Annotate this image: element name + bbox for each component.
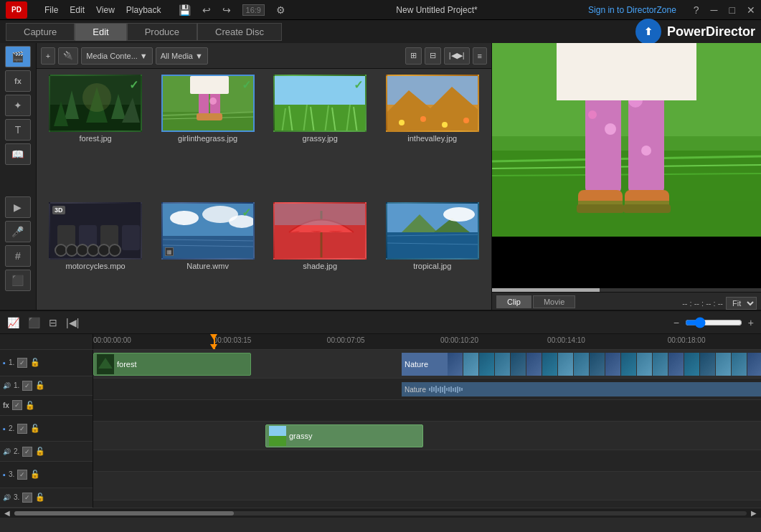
menu-view[interactable]: View: [96, 5, 115, 15]
clip-grassy[interactable]: grassy: [265, 424, 423, 447]
menu-playback[interactable]: Playback: [126, 5, 161, 15]
all-media-dropdown[interactable]: All Media▼: [156, 47, 208, 65]
sidebar-mic-btn[interactable]: 🎤: [5, 221, 31, 242]
tab-capture[interactable]: Capture: [6, 23, 75, 41]
zoom-in-btn[interactable]: +: [745, 315, 757, 330]
clip-forest[interactable]: forest: [93, 353, 251, 376]
zoom-slider-btn[interactable]: |◀▶|: [444, 47, 470, 65]
track3-check[interactable]: ✓: [17, 470, 27, 480]
sidebar-text-btn[interactable]: T: [5, 119, 31, 141]
svg-rect-18: [190, 76, 229, 94]
zoom-out-btn[interactable]: −: [671, 315, 682, 330]
sidebar-misc-btn[interactable]: ⬛: [5, 270, 31, 291]
track3-lock[interactable]: 🔓: [30, 470, 40, 479]
close-icon[interactable]: ✕: [747, 4, 755, 16]
media-item-girl[interactable]: ✓ girlinthegrass.jpg: [154, 75, 261, 196]
svg-point-40: [66, 244, 77, 256]
sidebar-chapter-btn[interactable]: 📖: [5, 143, 31, 165]
track-label-2: ▪ 2. ✓ 🔓: [0, 416, 93, 442]
timeline-end-btn[interactable]: |◀|: [63, 315, 82, 330]
media-thumb-girl: ✓: [161, 75, 255, 132]
timeline-collapse-btn[interactable]: ⊟: [46, 315, 60, 330]
tab-edit[interactable]: Edit: [75, 23, 126, 41]
clip-nature[interactable]: Nature: [402, 353, 761, 376]
track1-audio-lock[interactable]: 🔓: [35, 381, 45, 390]
settings-icon[interactable]: ⚙: [276, 4, 285, 16]
sidebar-arrow-btn[interactable]: ▶: [5, 196, 31, 218]
track2-audio-lock[interactable]: 🔓: [35, 447, 45, 456]
track1-audio-check[interactable]: ✓: [22, 381, 32, 391]
timeline-zoom-slider[interactable]: [685, 317, 742, 328]
waveform: [429, 385, 761, 394]
checkmark-grassy: ✓: [354, 78, 363, 92]
svg-rect-29: [275, 76, 367, 105]
playhead-line: [214, 334, 215, 349]
zoom-select[interactable]: Fit: [726, 297, 757, 310]
scroll-thumb[interactable]: [14, 511, 234, 516]
scroll-right-btn[interactable]: ▶: [750, 509, 758, 517]
clip-thumb-grassy: [269, 426, 286, 446]
track-content: forest Nature: [93, 350, 761, 508]
media-thumb-motorcycles: 3D: [49, 202, 142, 260]
sign-in-link[interactable]: Sign in to DirectorZone: [588, 5, 676, 15]
clip-nature-label: Nature: [402, 353, 445, 376]
preview-tab-movie[interactable]: Movie: [533, 295, 575, 308]
fx-check[interactable]: ✓: [12, 400, 22, 410]
track2-icon: ▪: [3, 424, 6, 433]
menu-edit[interactable]: Edit: [70, 5, 85, 15]
media-item-shade[interactable]: shade.jpg: [267, 202, 374, 324]
media-item-nature[interactable]: ✓ ▦ Nature.wmv: [154, 202, 261, 324]
save-icon[interactable]: 💾: [179, 4, 191, 16]
sidebar-fx-btn[interactable]: fx: [5, 70, 31, 92]
media-item-grassy[interactable]: ✓ grassy.jpg: [267, 75, 374, 196]
scroll-left-btn[interactable]: ◀: [3, 509, 11, 517]
list-view-btn[interactable]: ⊟: [425, 47, 441, 65]
media-item-forest[interactable]: ✓ forest.jpg: [42, 75, 149, 196]
media-item-tropical[interactable]: tropical.jpg: [379, 202, 486, 324]
minimize-icon[interactable]: ─: [711, 4, 718, 16]
media-label-tropical: tropical.jpg: [413, 262, 451, 270]
track1-lock[interactable]: 🔓: [30, 358, 40, 367]
undo-icon[interactable]: ↩: [202, 4, 211, 16]
grid-view-btn[interactable]: ⊞: [405, 47, 422, 65]
fx-icon: fx: [3, 402, 9, 409]
app-logo: PD: [6, 1, 27, 19]
clip-nature-audio[interactable]: Nature: [402, 382, 761, 396]
timeline-view-btn[interactable]: ⬛: [25, 315, 43, 330]
sidebar-transition-btn[interactable]: ✦: [5, 95, 31, 116]
timeline-scrollbar: ◀ ▶: [0, 508, 761, 518]
track2-check[interactable]: ✓: [17, 424, 27, 434]
track2-audio-check[interactable]: ✓: [22, 447, 32, 457]
playhead-arrow: [210, 344, 217, 349]
track3-audio-check[interactable]: ✓: [22, 493, 32, 503]
track2-lock[interactable]: 🔓: [30, 424, 40, 433]
maximize-icon[interactable]: □: [729, 4, 735, 16]
media-content-dropdown[interactable]: Media Conte...▼: [81, 47, 152, 65]
menu-file[interactable]: File: [44, 5, 58, 15]
sidebar-grid-btn[interactable]: #: [5, 245, 31, 267]
fx-lock[interactable]: 🔓: [25, 401, 35, 410]
media-plugin-btn[interactable]: 🔌: [58, 47, 78, 65]
timeline-history-btn[interactable]: 📈: [4, 315, 22, 330]
add-media-btn[interactable]: +: [41, 47, 55, 65]
svg-point-76: [605, 123, 616, 135]
tab-create-disc[interactable]: Create Disc: [197, 23, 282, 41]
sort-btn[interactable]: ≡: [473, 47, 487, 65]
track3-audio-lock[interactable]: 🔓: [35, 493, 45, 502]
help-icon[interactable]: ?: [694, 4, 699, 16]
nature-strip-7: [542, 353, 558, 376]
redo-icon[interactable]: ↪: [222, 4, 231, 16]
track1-check[interactable]: ✓: [17, 358, 27, 368]
fx-row: [93, 400, 761, 422]
track2-num: 2.: [9, 424, 14, 432]
playhead-marker: [210, 334, 217, 340]
sidebar-media-btn[interactable]: 🎬: [5, 46, 31, 67]
preview-tab-clip[interactable]: Clip: [496, 295, 531, 308]
tab-produce[interactable]: Produce: [127, 23, 197, 41]
svg-point-43: [88, 244, 99, 256]
media-item-valley[interactable]: inthevalley.jpg: [379, 75, 486, 196]
nature-strip-20: [747, 353, 761, 376]
track2-audio-icon: 🔊: [3, 448, 11, 455]
media-item-motorcycles[interactable]: 3D motorcycles.mpo: [42, 202, 149, 324]
scroll-track[interactable]: [14, 511, 747, 516]
